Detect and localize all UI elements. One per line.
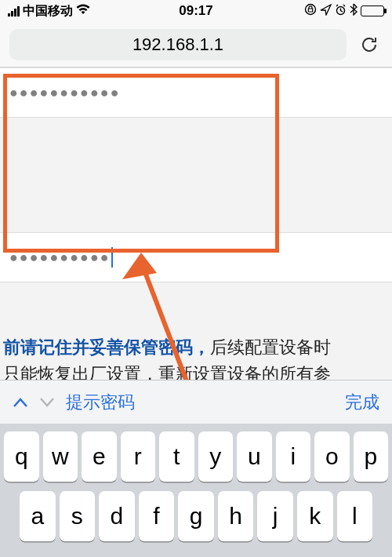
keyboard-row-2: asdfghjkl (4, 491, 388, 541)
prev-field-button[interactable] (13, 392, 28, 413)
wifi-icon (76, 4, 90, 18)
signal-icon (8, 6, 20, 16)
hint-line1: 后续配置设备时 (210, 337, 331, 357)
status-bar: 中国移动 09:17 (0, 0, 392, 22)
browser-url-bar: 192.168.1.1 (0, 22, 392, 67)
status-right (304, 3, 384, 19)
orientation-lock-icon (304, 3, 317, 19)
address-field[interactable]: 192.168.1.1 (9, 29, 347, 60)
key-d[interactable]: d (99, 491, 135, 541)
key-e[interactable]: e (82, 431, 117, 482)
location-icon (320, 4, 332, 19)
key-p[interactable]: p (354, 431, 389, 482)
next-field-button[interactable] (39, 392, 55, 413)
keyboard-row-1: qwertyuiop (4, 431, 388, 482)
key-k[interactable]: k (297, 491, 333, 541)
keyboard-accessory-bar: 提示密码 完成 (0, 380, 392, 424)
key-l[interactable]: l (337, 491, 373, 541)
address-text: 192.168.1.1 (132, 35, 223, 55)
hint-bold: 前请记住并妥善保管密码， (3, 337, 210, 357)
key-y[interactable]: y (198, 431, 234, 482)
done-button[interactable]: 完成 (345, 391, 379, 414)
key-u[interactable]: u (237, 431, 272, 482)
key-f[interactable]: f (139, 491, 175, 541)
status-left: 中国移动 (8, 3, 90, 20)
key-a[interactable]: a (20, 491, 56, 541)
alarm-icon (335, 4, 347, 19)
hint-text: 前请记住并妥善保管密码，后续配置设备时 只能恢复出厂设置，重新设置设备的所有参 (0, 334, 392, 380)
carrier-label: 中国移动 (23, 3, 73, 20)
page-content: ●●●●●●●●●●● ●●●●●●●●●● 前请记住并妥善保管密码，后续配置设… (0, 67, 392, 380)
reload-icon (358, 34, 380, 56)
key-o[interactable]: o (314, 431, 350, 482)
key-w[interactable]: w (43, 431, 78, 482)
key-i[interactable]: i (276, 431, 311, 482)
annotation-highlight-box (3, 74, 279, 253)
battery-icon (361, 5, 384, 16)
key-h[interactable]: h (218, 491, 254, 541)
accessory-left: 提示密码 (13, 391, 135, 414)
key-q[interactable]: q (4, 431, 39, 482)
key-g[interactable]: g (178, 491, 214, 541)
password-suggest-button[interactable]: 提示密码 (66, 391, 135, 414)
key-t[interactable]: t (159, 431, 194, 482)
hint-line2: 只能恢复出厂设置，重新设置设备的所有参 (3, 364, 331, 380)
reload-button[interactable] (356, 31, 383, 58)
key-s[interactable]: s (60, 491, 96, 541)
key-r[interactable]: r (121, 431, 156, 482)
bluetooth-icon (350, 3, 358, 19)
soft-keyboard: qwertyuiop asdfghjkl (0, 424, 392, 557)
key-j[interactable]: j (257, 491, 293, 541)
